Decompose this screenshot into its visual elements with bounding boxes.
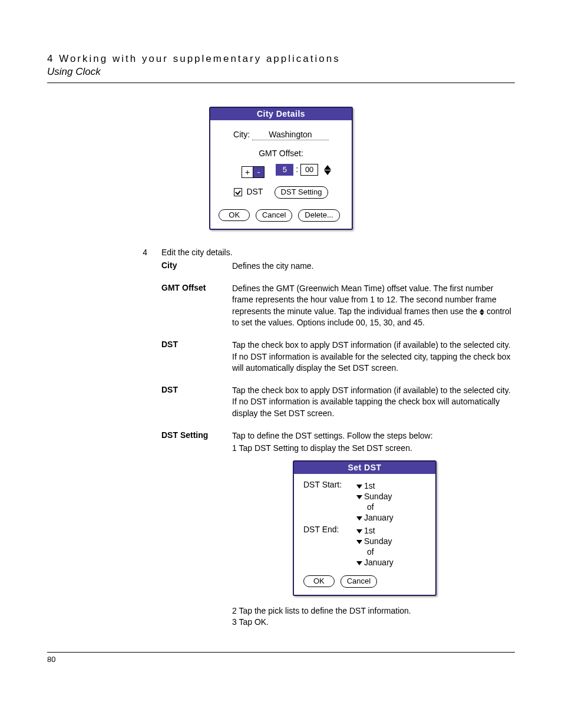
- dst-setting-button[interactable]: DST Setting: [275, 186, 329, 199]
- def-term-dstsetting: DST Setting: [161, 430, 232, 454]
- dst-label: DST: [246, 187, 263, 196]
- setdst-cancel-button[interactable]: Cancel: [340, 575, 377, 588]
- end-day-picker[interactable]: Sunday: [356, 536, 426, 546]
- of-text-2: of: [367, 547, 426, 556]
- city-input[interactable]: Washington: [252, 130, 329, 140]
- page-number: 80: [47, 655, 515, 664]
- minus-sign[interactable]: -: [253, 167, 264, 177]
- setdst-title: Set DST: [294, 462, 435, 474]
- dropdown-icon: [356, 529, 362, 533]
- spinner-control[interactable]: [324, 164, 331, 176]
- set-dst-dialog: Set DST DST Start: 1st Sunday of January…: [293, 460, 437, 596]
- chevron-up-icon[interactable]: [324, 165, 331, 170]
- end-ordinal-picker[interactable]: 1st: [356, 526, 426, 535]
- end-month-picker[interactable]: January: [356, 558, 426, 567]
- delete-button[interactable]: Delete...: [298, 209, 339, 222]
- setdst-step3: 3 Tap OK.: [232, 617, 515, 628]
- def-desc-dstsetting: Tap to define the DST settings. Follow t…: [232, 430, 515, 454]
- time-colon: :: [296, 164, 298, 174]
- dropdown-icon: [356, 495, 362, 499]
- plus-sign[interactable]: +: [242, 167, 253, 177]
- section-title: Using Clock: [47, 66, 515, 78]
- cancel-button[interactable]: Cancel: [256, 209, 292, 222]
- gmt-hour-box[interactable]: 5: [276, 164, 293, 176]
- dropdown-icon: [356, 561, 362, 565]
- dropdown-icon: [356, 540, 362, 544]
- dropdown-icon: [356, 516, 362, 521]
- dropdown-icon: [356, 485, 362, 489]
- def-term-gmt: GMT Offset: [161, 283, 232, 329]
- dialog-title: City Details: [210, 108, 352, 120]
- dst-checkbox[interactable]: [234, 188, 242, 196]
- def-desc-gmt: Defines the GMT (Greenwich Mean Time) of…: [232, 283, 515, 329]
- def-term-dst2: DST: [161, 385, 232, 420]
- gmt-offset-label: GMT Offset:: [259, 149, 303, 158]
- gmt-sign-toggle[interactable]: +-: [242, 166, 265, 178]
- updown-icon: [480, 309, 484, 315]
- city-label: City:: [233, 130, 250, 139]
- def-desc-dst1: Tap the check box to apply DST informati…: [232, 340, 515, 374]
- start-month-picker[interactable]: January: [356, 513, 426, 522]
- header-rule: [47, 83, 515, 83]
- gmt-minute-box[interactable]: 00: [300, 164, 318, 176]
- setdst-ok-button[interactable]: OK: [303, 575, 335, 587]
- setdst-step2: 2 Tap the pick lists to define the DST i…: [232, 605, 515, 617]
- of-text: of: [367, 502, 426, 512]
- city-details-dialog: City Details City: Washington GMT Offset…: [209, 107, 353, 230]
- def-desc-dst2: Tap the check box to apply DST informati…: [232, 385, 515, 420]
- dst-start-label: DST Start:: [303, 480, 356, 523]
- footer-rule: [47, 652, 515, 653]
- dst-end-label: DST End:: [303, 525, 356, 568]
- def-desc-city: Defines the city name.: [232, 261, 515, 272]
- def-term-city: City: [161, 261, 232, 272]
- step-number: 4: [124, 248, 161, 257]
- start-ordinal-picker[interactable]: 1st: [356, 481, 426, 490]
- chapter-title: 4 Working with your supplementary applic…: [47, 53, 515, 65]
- chevron-down-icon[interactable]: [324, 170, 331, 175]
- step-text: Edit the city details.: [161, 248, 233, 257]
- ok-button[interactable]: OK: [219, 209, 250, 221]
- start-day-picker[interactable]: Sunday: [356, 492, 426, 501]
- def-term-dst1: DST: [161, 340, 232, 374]
